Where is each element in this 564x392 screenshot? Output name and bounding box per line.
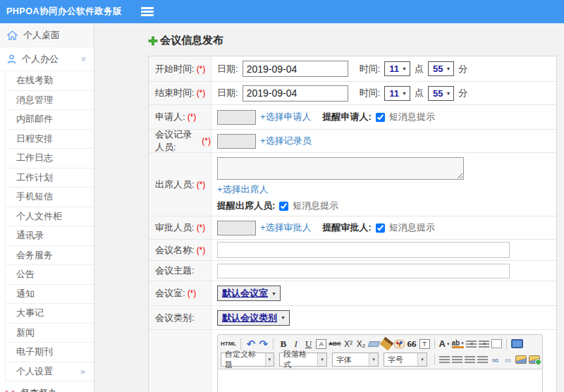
expand-chevron-icon: » xyxy=(82,389,87,392)
minute-unit-label: 分 xyxy=(458,87,467,99)
sidebar-item[interactable]: 日程安排 xyxy=(6,130,94,149)
font-color-icon[interactable]: A▾ xyxy=(439,338,450,350)
applicant-input[interactable] xyxy=(217,110,256,125)
choose-approver-link[interactable]: +选择审批人 xyxy=(260,221,312,234)
select-caret-icon: ▾ xyxy=(417,353,427,366)
sidebar-submenu: 在线考勤消息管理内部邮件日程安排工作日志工作计划手机短信个人文件柜通讯录会务服务… xyxy=(5,71,94,381)
italic-icon[interactable]: I xyxy=(290,338,301,350)
superscript-icon[interactable]: X² xyxy=(343,338,354,350)
html-source-button[interactable]: HTML xyxy=(221,338,236,350)
select-caret-icon: ▼ xyxy=(268,291,280,296)
unordered-list-icon[interactable]: ▾ xyxy=(479,341,489,348)
paste-text-icon[interactable]: T xyxy=(419,339,430,349)
choose-recorder-link[interactable]: +选择记录员 xyxy=(260,135,312,147)
fullscreen-icon[interactable] xyxy=(511,339,523,348)
end-hour-select[interactable]: 11▼ xyxy=(384,86,410,101)
choose-attendee-link[interactable]: +选择出席人 xyxy=(217,183,269,196)
sidebar-item[interactable]: 在线考勤 xyxy=(6,71,94,91)
field-label: 结束时间: xyxy=(155,87,195,99)
start-minute-select[interactable]: 55▼ xyxy=(428,61,454,76)
undo-icon[interactable]: ↶ xyxy=(245,338,256,350)
sidebar-item[interactable]: 公告 xyxy=(6,265,94,285)
sidebar-item[interactable]: 通知 xyxy=(6,285,94,305)
redo-icon[interactable]: ↷ xyxy=(258,338,269,350)
select-caret-icon: ▼ xyxy=(399,66,410,71)
sidebar-item-settings[interactable]: 个人设置 » xyxy=(6,362,94,382)
start-hour-select[interactable]: 11▼ xyxy=(384,61,410,76)
end-minute-select[interactable]: 55▼ xyxy=(428,86,454,101)
sidebar-item[interactable]: 通讯录 xyxy=(6,226,94,246)
approver-sms-checkbox[interactable] xyxy=(376,223,385,233)
date-label: 日期: xyxy=(217,87,238,99)
anchor-icon[interactable]: ∞ xyxy=(503,354,513,366)
meeting-name-input[interactable] xyxy=(217,242,510,258)
select-caret-icon: ▾ xyxy=(265,353,274,366)
font-dialog-icon[interactable]: A xyxy=(316,339,326,349)
sidebar-item-label: 大事记 xyxy=(16,307,44,319)
select-caret-icon: ▾ xyxy=(317,353,326,366)
sms-remind-label: 短消息提示 xyxy=(293,200,338,212)
eraser-icon[interactable] xyxy=(367,341,380,347)
approver-input[interactable] xyxy=(217,221,256,235)
screenshot-icon[interactable] xyxy=(529,355,540,364)
sidebar-item[interactable]: 手机短信 xyxy=(6,188,94,207)
editor-content-area[interactable] xyxy=(218,369,542,392)
sidebar-item[interactable]: 个人文件柜 xyxy=(6,207,94,227)
meeting-room-select[interactable]: 默认会议室 ▼ xyxy=(217,286,281,301)
applicant-sms-checkbox[interactable] xyxy=(376,113,385,122)
sidebar-item[interactable]: 大事记 xyxy=(6,304,94,324)
sidebar-item[interactable]: 工作计划 xyxy=(6,169,94,188)
align-right-icon[interactable] xyxy=(465,356,475,363)
blockquote-icon[interactable]: 66 xyxy=(407,338,417,350)
custom-title-select[interactable]: 自定义标题▾ xyxy=(221,353,274,367)
sidebar-item-label: 个人桌面 xyxy=(23,29,60,42)
toolbar-separator xyxy=(273,338,274,350)
align-center-icon[interactable] xyxy=(452,356,462,363)
sidebar-item-label: 手机短信 xyxy=(16,190,53,203)
media-icon[interactable] xyxy=(542,355,543,365)
sidebar-item-desktop[interactable]: 个人桌面 xyxy=(0,23,94,47)
form-row-applicant: 申请人: (*) +选择申请人 提醒申请人: 短消息提示 xyxy=(149,105,556,130)
sidebar-item[interactable]: 新闻 xyxy=(6,324,94,343)
font-family-select[interactable]: 字体▾ xyxy=(332,353,379,367)
form-row-meeting-room: 会议室: (*) 默认会议室 ▼ xyxy=(149,281,556,306)
sidebar-item[interactable]: 电子期刊 xyxy=(6,343,94,362)
app-title: PHPOA协同办公软件政务版 xyxy=(6,6,122,18)
end-date-input[interactable] xyxy=(243,85,348,102)
start-date-input[interactable] xyxy=(243,61,348,77)
minute-unit-label: 分 xyxy=(458,63,467,75)
toolbar-separator xyxy=(506,338,507,350)
sidebar-item[interactable]: 消息管理 xyxy=(6,91,94,111)
paragraph-format-select[interactable]: 段落格式▾ xyxy=(279,353,327,367)
subscript-icon[interactable]: X₂ xyxy=(356,338,367,350)
image-icon[interactable] xyxy=(515,355,527,364)
align-justify-icon[interactable] xyxy=(477,356,488,363)
align-left-icon[interactable] xyxy=(439,356,450,363)
format-brush-icon[interactable] xyxy=(379,337,393,350)
sidebar-item[interactable]: 会务服务 xyxy=(6,246,94,266)
font-size-select[interactable]: 字号▾ xyxy=(384,353,427,367)
attendees-textarea[interactable] xyxy=(217,157,464,180)
color-palette-icon[interactable]: ▾ xyxy=(394,340,405,348)
link-icon[interactable]: ∞ xyxy=(490,354,501,366)
recorder-input[interactable] xyxy=(217,134,256,149)
ordered-list-icon[interactable]: ▾ xyxy=(466,341,477,348)
sidebar-item[interactable]: 内部邮件 xyxy=(6,110,94,130)
sidebar-item-office[interactable]: 个人办公 » xyxy=(0,47,94,71)
new-page-icon[interactable] xyxy=(491,339,502,348)
sidebar-item[interactable]: 工作日志 xyxy=(6,149,94,169)
bold-icon[interactable]: B xyxy=(278,338,288,350)
highlight-color-icon[interactable]: ab▾ xyxy=(452,339,464,348)
choose-applicant-link[interactable]: +选择申请人 xyxy=(260,111,312,123)
required-mark: (*) xyxy=(197,223,206,233)
meeting-category-select[interactable]: 默认会议类别 ▼ xyxy=(217,310,290,326)
meeting-subject-input[interactable] xyxy=(217,264,510,278)
underline-icon[interactable]: U xyxy=(303,338,314,350)
rich-text-editor: HTML↶↷BIUAABCX²X₂▾66TA▾ab▾▾▾ 自定义标题▾段落格式▾… xyxy=(217,334,543,392)
strikethrough-icon[interactable]: ABC xyxy=(329,338,341,350)
form-row-content-editor: HTML↶↷BIUAABCX²X₂▾66TA▾ab▾▾▾ 自定义标题▾段落格式▾… xyxy=(149,330,556,392)
attendee-sms-checkbox[interactable] xyxy=(279,202,288,211)
sidebar-item-label: 会务服务 xyxy=(16,249,53,262)
sidebar-item-supervise[interactable]: 督查督办 » xyxy=(0,381,94,392)
menu-toggle-icon[interactable] xyxy=(141,7,154,16)
